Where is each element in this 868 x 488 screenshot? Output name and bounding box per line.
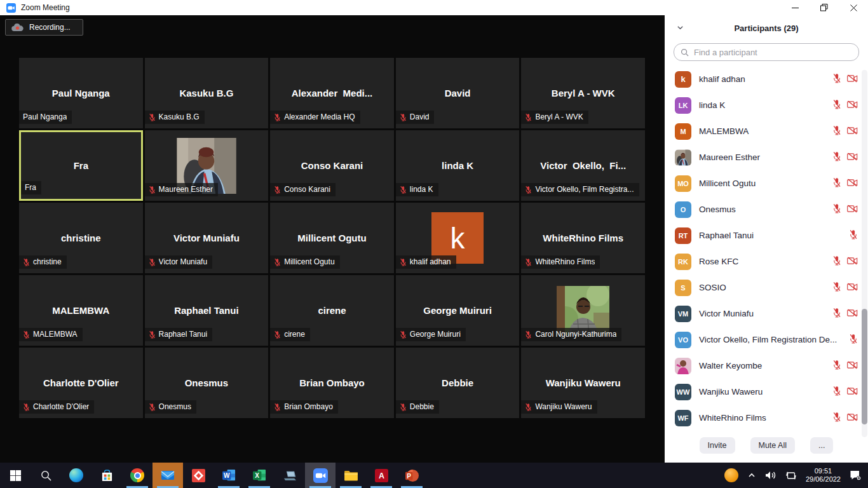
taskbar-mail-button[interactable] — [153, 463, 183, 488]
cast-display-icon[interactable] — [785, 470, 797, 481]
tile-label-text: christine — [33, 257, 62, 266]
taskbar-remote-display-button[interactable] — [275, 463, 305, 488]
taskbar-acrobat-button[interactable]: A — [366, 463, 397, 488]
participant-row[interactable]: VO Victor Okello, Film Registration De..… — [665, 327, 868, 353]
video-tile[interactable]: Paul Nganga Paul Nganga — [19, 58, 143, 128]
video-tile[interactable]: Victor Muniafu Victor Muniafu — [145, 203, 269, 273]
participant-row[interactable]: k khalif adhan — [665, 66, 868, 92]
video-tile[interactable]: George Muiruri George Muiruri — [396, 275, 520, 346]
video-tile[interactable]: Beryl A - WVK Beryl A - WVK — [521, 58, 645, 128]
video-tile[interactable]: Victor Okello, Fi... Victor Okello, Film… — [521, 130, 645, 201]
mic-off-icon — [832, 360, 841, 372]
taskbar-powerpoint-button[interactable]: P — [397, 463, 427, 488]
video-tile[interactable]: Kasuku B.G Kasuku B.G — [145, 58, 269, 128]
participant-row[interactable]: M MALEMBWA — [665, 118, 868, 144]
restore-button[interactable] — [810, 0, 839, 15]
video-off-icon — [847, 178, 858, 189]
participant-row[interactable]: Walter Keyombe — [665, 353, 868, 379]
tile-name-label: christine — [19, 255, 67, 269]
tile-label-text: WhiteRhino Films — [535, 257, 595, 266]
video-tile[interactable]: cirene cirene — [270, 275, 394, 346]
more-options-button[interactable]: ... — [810, 437, 833, 454]
action-center-icon[interactable] — [849, 470, 862, 481]
video-grid: Paul Nganga Paul Nganga Kasuku B.G Kasuk… — [19, 58, 645, 418]
video-tile[interactable]: MALEMBWA MALEMBWA — [19, 275, 143, 346]
taskbar-search-button[interactable] — [31, 463, 61, 488]
participant-row[interactable]: VM Victor Muniafu — [665, 301, 868, 327]
video-tile[interactable]: k khalif adhan — [396, 203, 520, 273]
tile-label-text: cirene — [284, 330, 305, 339]
participant-row[interactable]: Maureen Esther — [665, 144, 868, 170]
video-tile[interactable]: David David — [396, 58, 520, 128]
participant-row[interactable]: S SOSIO — [665, 274, 868, 301]
file-explorer-icon — [344, 470, 358, 482]
chevron-down-icon[interactable] — [676, 24, 684, 32]
powerpoint-icon: P — [405, 469, 419, 482]
tile-name-label: Raphael Tanui — [145, 328, 213, 341]
taskbar-start-button[interactable] — [0, 463, 31, 488]
chevron-up-icon[interactable] — [747, 470, 757, 480]
participant-row[interactable]: LK linda K — [665, 92, 868, 118]
video-tile[interactable]: linda K linda K — [396, 130, 520, 201]
participant-row[interactable]: WW Wanjiku Waweru — [665, 379, 868, 405]
mic-off-icon — [400, 330, 407, 339]
video-tile[interactable]: Raphael Tanui Raphael Tanui — [145, 275, 269, 346]
tray-app-icon[interactable] — [724, 468, 738, 482]
minimize-button[interactable] — [780, 0, 810, 15]
participant-photo — [675, 358, 691, 374]
avatar: LK — [675, 97, 691, 114]
taskbar-screen-recorder-button[interactable] — [183, 463, 214, 488]
invite-button[interactable]: Invite — [700, 437, 735, 454]
video-tile[interactable]: Alexander Medi... Alexander Media HQ — [270, 58, 394, 128]
video-tile[interactable]: Wanjiku Waweru Wanjiku Waweru — [521, 348, 645, 418]
tile-label-text: George Muiruri — [410, 330, 461, 339]
mic-off-icon — [149, 113, 156, 121]
search-icon — [40, 470, 52, 482]
taskbar-store-button[interactable] — [92, 463, 122, 488]
taskbar-file-explorer-button[interactable] — [336, 463, 366, 488]
video-off-icon — [847, 126, 858, 137]
taskbar-excel-button[interactable]: X — [244, 463, 275, 488]
mic-off-icon — [832, 255, 841, 268]
avatar: VM — [675, 306, 691, 322]
scrollbar-thumb[interactable] — [862, 309, 867, 424]
video-tile[interactable]: Conso Karani Conso Karani — [270, 130, 394, 201]
participant-row[interactable]: RK Rose KFC — [665, 248, 868, 274]
avatar: MO — [675, 175, 691, 192]
taskbar-clock[interactable]: 09:51 29/06/2022 — [806, 467, 841, 484]
speaker-icon[interactable] — [765, 470, 776, 480]
video-tile[interactable]: Brian Ombayo Brian Ombayo — [270, 348, 394, 418]
video-tile[interactable]: Charlotte D'Olier Charlotte D'Olier — [19, 348, 143, 418]
tile-label-text: Millicent Ogutu — [284, 257, 334, 266]
mic-off-icon — [400, 258, 407, 266]
mute-all-button[interactable]: Mute All — [750, 437, 795, 454]
participant-row[interactable]: RT Raphael Tanui — [665, 222, 868, 248]
video-tile[interactable]: Onesmus Onesmus — [145, 348, 269, 418]
search-input[interactable] — [693, 47, 852, 58]
avatar: O — [675, 201, 691, 218]
participant-row[interactable]: MO Millicent Ogutu — [665, 170, 868, 196]
taskbar-word-button[interactable]: W — [214, 463, 244, 488]
tile-name-label: Maureen Esther — [145, 183, 218, 196]
video-off-icon — [847, 412, 858, 424]
panel-scrollbar[interactable] — [862, 70, 867, 437]
taskbar-chrome-button[interactable] — [122, 463, 153, 488]
taskbar-zoom-button[interactable] — [305, 463, 336, 488]
participant-name: Raphael Tanui — [699, 231, 845, 240]
video-tile[interactable]: Maureen Esther — [145, 130, 269, 201]
video-tile-active-speaker[interactable]: Fra Fra — [19, 130, 143, 201]
taskbar-edge-button[interactable] — [61, 463, 92, 488]
video-tile[interactable]: Carol Ngunyi-Kathurima — [521, 275, 645, 346]
participant-row[interactable]: O Onesmus — [665, 196, 868, 222]
mic-off-icon — [274, 186, 281, 194]
video-tile[interactable]: WhiteRhino Films WhiteRhino Films — [521, 203, 645, 273]
tile-label-text: Alexander Media HQ — [284, 112, 355, 121]
clock-time: 09:51 — [815, 467, 832, 475]
video-tile[interactable]: Debbie Debbie — [396, 348, 520, 418]
tile-name-label: Millicent Ogutu — [270, 255, 339, 269]
participant-row[interactable]: WF WhiteRhino Films — [665, 405, 868, 431]
mic-off-icon — [274, 403, 281, 411]
video-tile[interactable]: christine christine — [19, 203, 143, 273]
close-button[interactable] — [839, 0, 868, 15]
video-tile[interactable]: Millicent Ogutu Millicent Ogutu — [270, 203, 394, 273]
